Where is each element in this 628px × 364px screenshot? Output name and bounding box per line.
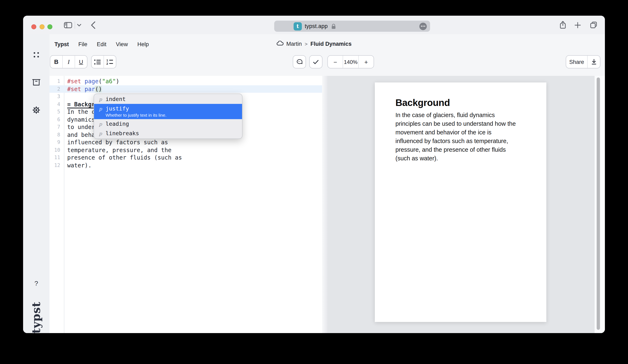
autocomplete-item-leading[interactable]: pleading [94, 119, 242, 129]
browser-window: t typst.app [23, 16, 605, 333]
numbered-list-button[interactable]: 1 2 [103, 56, 116, 68]
lock-icon [331, 23, 336, 29]
line-number: 11 [50, 155, 64, 160]
code-line-text: presence of other fluids (such as [64, 154, 182, 161]
menu-item-view[interactable]: View [116, 41, 128, 47]
code-line[interactable]: 10temperature, pressure, and the [50, 146, 322, 154]
svg-text:2: 2 [106, 62, 108, 65]
breadcrumb-account[interactable]: Martin [286, 41, 302, 47]
code-line-text: #set page("a6") [64, 78, 119, 85]
back-button[interactable] [89, 16, 98, 34]
code-line-text: influenced by factors such as [64, 139, 168, 146]
left-rail: ? typst [23, 34, 50, 333]
autocomplete-description: Whether to justify text in its line. [106, 113, 166, 118]
autocomplete-label: indent [106, 96, 126, 103]
line-number: 2 [50, 86, 64, 92]
chevron-down-icon[interactable] [76, 16, 82, 34]
autocomplete-dropdown: pindentpjustifyWhether to justify text i… [94, 94, 242, 139]
menu-item-typst[interactable]: Typst [54, 41, 69, 47]
address-bar[interactable]: t typst.app [274, 21, 430, 32]
line-number: 7 [50, 124, 64, 130]
code-line[interactable]: 2#set par() [50, 85, 322, 93]
zoom-window-button[interactable] [47, 24, 52, 29]
preview-page: Background In the case of glaciers, flui… [375, 82, 546, 322]
code-line[interactable]: 11presence of other fluids (such as [50, 154, 322, 161]
share-button[interactable]: Share [566, 56, 587, 68]
zoom-in-button[interactable]: + [358, 56, 374, 68]
preview-heading: Background [395, 97, 526, 108]
code-line-text: water). [64, 162, 91, 169]
preview-scrollbar-thumb[interactable] [597, 77, 600, 330]
site-favicon: t [294, 22, 302, 30]
parameter-kind-icon: p [99, 121, 106, 127]
code-line-text: temperature, pressure, and the [64, 147, 171, 153]
zoom-out-button[interactable]: − [328, 56, 343, 68]
settings-gear-icon[interactable] [23, 106, 50, 115]
autocomplete-label: leading [106, 120, 129, 127]
cloud-icon [276, 41, 284, 47]
menu-item-help[interactable]: Help [137, 41, 149, 47]
line-number: 6 [50, 117, 64, 122]
menu-item-edit[interactable]: Edit [97, 41, 107, 47]
url-text: typst.app [305, 21, 328, 32]
zoom-level[interactable]: 140% [343, 56, 358, 68]
share-page-icon[interactable] [558, 16, 567, 34]
tab-overview-icon[interactable] [588, 16, 598, 34]
line-number: 12 [50, 162, 64, 168]
comment-bubble-icon[interactable] [293, 56, 306, 68]
line-number: 5 [50, 109, 64, 115]
line-number: 4 [50, 101, 64, 107]
share-button-group: Share [566, 55, 600, 69]
svg-text:1: 1 [106, 59, 108, 62]
autocomplete-item-justify[interactable]: pjustifyWhether to justify text in its l… [94, 104, 242, 119]
comment-button-wrap [293, 55, 306, 69]
menu-bar: TypstFileEditViewHelp [54, 41, 149, 47]
help-button[interactable]: ? [23, 280, 50, 287]
check-button-wrap [309, 55, 322, 69]
format-button-group: B I U [50, 55, 87, 69]
bullet-list-button[interactable] [91, 56, 103, 68]
typst-app: ? typst TypstFileEditViewHelp Martin > F… [23, 34, 605, 333]
code-line[interactable]: 12water). [50, 161, 322, 169]
new-tab-button[interactable] [573, 16, 582, 34]
code-line[interactable]: 9influenced by factors such as [50, 139, 322, 146]
close-window-button[interactable] [31, 24, 36, 29]
zoom-control-group: − 140% + [327, 55, 374, 69]
files-tray-icon[interactable] [23, 78, 50, 86]
breadcrumb-document-title[interactable]: Fluid Dynamics [311, 41, 352, 47]
preview-scrollbar-track [595, 76, 605, 333]
typst-logo: typst [23, 311, 50, 324]
code-line[interactable]: 1#set page("a6") [50, 77, 322, 85]
list-button-group: 1 2 [91, 55, 116, 69]
browser-chrome: t typst.app [23, 16, 605, 34]
line-number: 1 [50, 78, 64, 84]
parameter-kind-icon: p [99, 96, 106, 102]
autocomplete-item-indent[interactable]: pindent [94, 94, 242, 104]
screenshot-stage: t typst.app [0, 0, 628, 364]
minimize-window-button[interactable] [39, 24, 44, 29]
line-number: 9 [50, 140, 64, 145]
line-number: 8 [50, 132, 64, 138]
breadcrumb-separator: > [305, 41, 308, 47]
line-number: 3 [50, 94, 64, 100]
parameter-kind-icon: p [99, 106, 106, 112]
line-number: 10 [50, 147, 64, 153]
sidebar-toggle-icon[interactable] [64, 16, 73, 34]
check-icon[interactable] [310, 56, 322, 68]
bold-button[interactable]: B [50, 56, 62, 68]
menu-item-file[interactable]: File [78, 41, 87, 47]
underline-button[interactable]: U [75, 56, 87, 68]
breadcrumb: Martin > Fluid Dynamics [276, 41, 352, 47]
parameter-kind-icon: p [99, 131, 106, 137]
divider [75, 21, 75, 29]
dashboard-grid-icon[interactable] [23, 52, 50, 58]
autocomplete-label: justify [106, 105, 166, 112]
italic-button[interactable]: I [62, 56, 75, 68]
preview-body-text: In the case of glaciers, fluid dynamics … [395, 111, 526, 163]
code-line-text: #set par() [64, 86, 102, 92]
page-settings-ellipsis-button[interactable] [419, 22, 427, 30]
pane-resize-gutter[interactable] [322, 76, 327, 333]
download-icon[interactable] [587, 56, 600, 68]
autocomplete-item-linebreaks[interactable]: plinebreaks [94, 129, 242, 138]
autocomplete-label: linebreaks [106, 130, 139, 137]
